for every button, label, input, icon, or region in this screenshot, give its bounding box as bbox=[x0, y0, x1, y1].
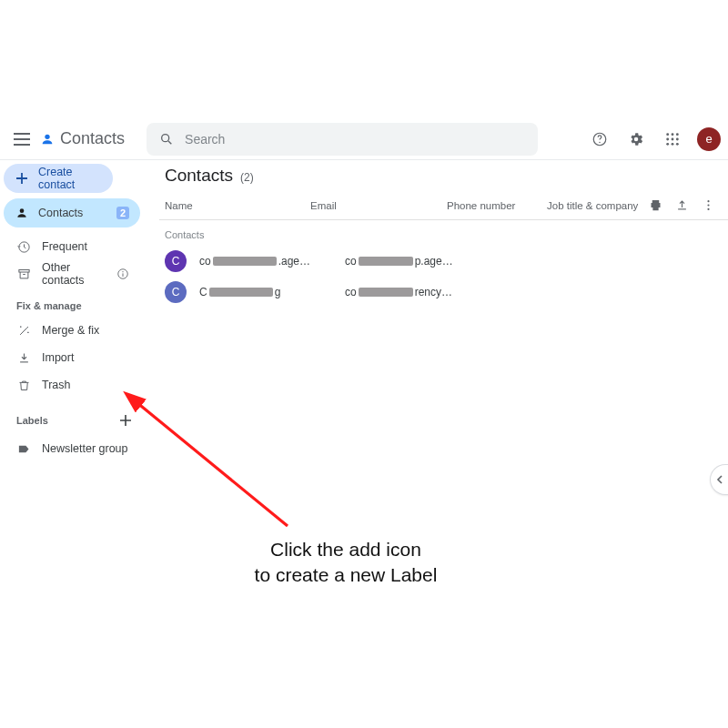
svg-point-19 bbox=[707, 208, 709, 210]
apps-grid-icon[interactable] bbox=[661, 127, 684, 151]
labels-header: Labels bbox=[16, 415, 48, 426]
svg-point-12 bbox=[676, 142, 679, 145]
annotation-line1: Click the add icon bbox=[228, 537, 464, 562]
account-avatar[interactable]: e bbox=[697, 127, 721, 151]
sidebar-item-label: Contacts bbox=[38, 207, 83, 219]
sidebar-item-label: Other contacts bbox=[42, 261, 106, 287]
export-icon[interactable] bbox=[675, 198, 689, 212]
person-icon bbox=[15, 206, 29, 220]
svg-point-13 bbox=[20, 208, 25, 213]
sidebar-item-label: Frequent bbox=[42, 240, 87, 253]
annotation-line2: to create a new Label bbox=[228, 562, 464, 588]
col-job: Job title & company bbox=[547, 200, 649, 211]
sidebar-item-other-contacts[interactable]: Other contacts bbox=[4, 260, 142, 288]
create-contact-button[interactable]: Create contact bbox=[4, 164, 113, 193]
col-name: Name bbox=[165, 200, 310, 211]
contacts-count-badge: 2 bbox=[116, 207, 129, 219]
col-phone: Phone number bbox=[447, 200, 547, 211]
print-icon[interactable] bbox=[649, 198, 662, 212]
info-icon[interactable] bbox=[116, 268, 129, 280]
hamburger-menu-icon[interactable] bbox=[11, 128, 33, 150]
svg-point-1 bbox=[162, 134, 169, 141]
help-icon[interactable] bbox=[588, 127, 612, 151]
content: Create contact Contacts 2 Frequent Other… bbox=[0, 160, 728, 728]
svg-point-10 bbox=[666, 142, 669, 145]
more-vert-icon[interactable] bbox=[702, 198, 715, 212]
list-actions bbox=[649, 198, 723, 212]
fix-manage-header: Fix & manage bbox=[4, 288, 142, 317]
sidebar-item-trash[interactable]: Trash bbox=[4, 371, 142, 399]
topbar: Contacts e bbox=[0, 118, 728, 160]
main-panel: Contacts (2) Name Email Phone number Job… bbox=[159, 164, 728, 308]
brand: Contacts bbox=[40, 129, 125, 148]
svg-point-11 bbox=[672, 142, 674, 145]
sidebar-item-label: Trash bbox=[42, 379, 71, 391]
cell-name: co.age… bbox=[199, 255, 345, 268]
sidebar-item-contacts[interactable]: Contacts 2 bbox=[4, 198, 140, 228]
page-title: Contacts (2) bbox=[159, 164, 728, 195]
topbar-actions: e bbox=[588, 127, 721, 151]
archive-box-icon bbox=[16, 267, 31, 281]
svg-point-4 bbox=[666, 133, 669, 136]
contacts-logo-icon bbox=[40, 132, 55, 147]
search-input[interactable] bbox=[185, 132, 525, 147]
settings-gear-icon[interactable] bbox=[624, 127, 648, 151]
contact-rows: Cco.age…cop.age…CCgcorency… bbox=[159, 246, 728, 308]
group-header: Contacts bbox=[159, 220, 728, 246]
create-contact-label: Create contact bbox=[38, 166, 102, 191]
label-tag-icon bbox=[16, 441, 31, 456]
contact-avatar: C bbox=[165, 250, 187, 272]
history-icon bbox=[16, 239, 31, 254]
cell-name: Cg bbox=[199, 286, 345, 298]
sidebar-item-label: Import bbox=[42, 351, 74, 364]
sidebar: Create contact Contacts 2 Frequent Other… bbox=[0, 160, 146, 462]
column-headers: Name Email Phone number Job title & comp… bbox=[159, 195, 728, 220]
sidebar-item-import[interactable]: Import bbox=[4, 344, 142, 371]
svg-rect-14 bbox=[18, 269, 28, 272]
sidebar-item-frequent[interactable]: Frequent bbox=[4, 233, 142, 260]
plus-icon bbox=[15, 171, 29, 186]
table-row[interactable]: Cco.age…cop.age… bbox=[159, 246, 728, 277]
annotation-text: Click the add icon to create a new Label bbox=[228, 537, 464, 589]
cell-email: cop.age… bbox=[345, 255, 481, 268]
cell-email: corency… bbox=[345, 286, 481, 298]
table-row[interactable]: CCgcorency… bbox=[159, 277, 728, 308]
svg-point-8 bbox=[672, 137, 674, 140]
svg-point-16 bbox=[122, 271, 123, 272]
sidebar-label-item[interactable]: Newsletter group bbox=[4, 435, 142, 462]
download-icon bbox=[16, 350, 31, 365]
svg-point-3 bbox=[599, 141, 601, 143]
sidebar-item-merge-fix[interactable]: Merge & fix bbox=[4, 317, 142, 344]
svg-point-0 bbox=[45, 134, 49, 138]
col-email: Email bbox=[310, 200, 447, 211]
svg-point-6 bbox=[676, 133, 679, 136]
svg-point-17 bbox=[707, 200, 709, 202]
add-label-button[interactable] bbox=[116, 411, 135, 430]
search-icon bbox=[159, 132, 174, 147]
svg-point-9 bbox=[676, 137, 679, 140]
labels-header-row: Labels bbox=[4, 399, 142, 435]
magic-wand-icon bbox=[16, 323, 31, 338]
page-title-text: Contacts bbox=[165, 166, 233, 186]
svg-point-7 bbox=[666, 137, 669, 140]
svg-point-18 bbox=[707, 204, 709, 206]
svg-point-5 bbox=[672, 133, 674, 136]
page-title-count: (2) bbox=[240, 171, 254, 184]
sidebar-item-label: Merge & fix bbox=[42, 324, 99, 337]
contact-avatar: C bbox=[165, 281, 187, 303]
sidebar-item-label: Newsletter group bbox=[42, 442, 128, 455]
trash-icon bbox=[16, 378, 31, 392]
search-bar[interactable] bbox=[147, 123, 538, 156]
brand-text: Contacts bbox=[60, 129, 125, 148]
